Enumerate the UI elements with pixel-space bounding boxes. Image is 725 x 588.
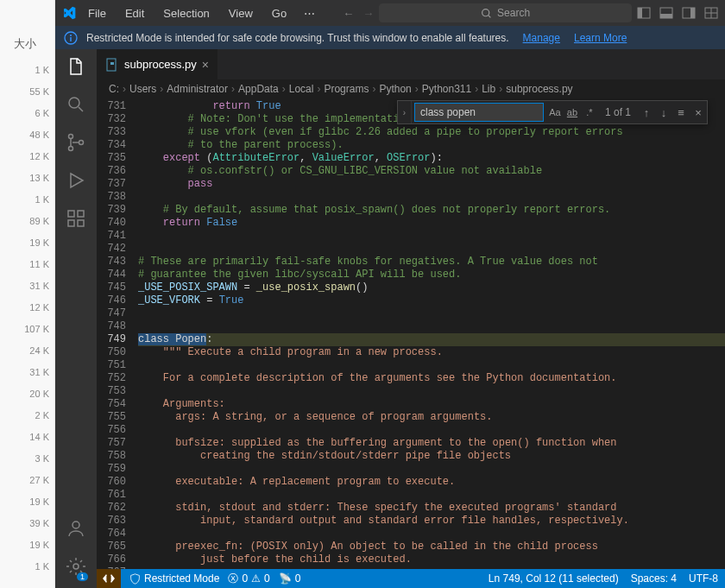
host-sidebar-row <box>0 377 54 389</box>
restricted-mode-status[interactable]: Restricted Mode <box>129 572 219 585</box>
nav-back-icon[interactable]: ← <box>343 7 354 20</box>
host-sidebar-header: 大小 <box>0 35 54 54</box>
breadcrumb-segment[interactable]: Local <box>289 83 314 95</box>
menu-edit[interactable]: Edit <box>118 5 151 22</box>
svg-point-12 <box>70 35 72 36</box>
find-filter-icon[interactable]: ≡ <box>672 104 690 121</box>
host-sidebar-row: 27 K <box>0 475 54 486</box>
host-sidebar-row <box>0 485 54 496</box>
problems-status[interactable]: ⓧ0 ⚠0 <box>228 572 269 586</box>
host-sidebar-row <box>0 464 54 475</box>
activity-bar: 1 <box>55 49 97 588</box>
host-sidebar-row <box>0 399 54 410</box>
command-center[interactable]: Search <box>379 3 632 22</box>
host-sidebar-row <box>0 97 54 108</box>
find-next-icon[interactable]: ↓ <box>655 104 672 121</box>
editor[interactable]: 7317327337347357367377387397407417427437… <box>97 98 725 569</box>
layout-sidebar-right-icon[interactable] <box>682 6 696 20</box>
breadcrumb-segment[interactable]: AppData <box>238 83 279 95</box>
host-sidebar-row <box>0 75 54 86</box>
host-sidebar: 大小 1 K55 K6 K48 K12 K13 K1 K89 K19 K11 K… <box>0 0 55 588</box>
menu-more[interactable]: ⋯ <box>299 5 320 22</box>
host-sidebar-row <box>0 118 54 130</box>
find-input[interactable] <box>414 103 544 122</box>
svg-rect-7 <box>690 8 695 18</box>
breadcrumb-segment[interactable]: Programs <box>324 83 369 95</box>
search-icon <box>481 8 492 19</box>
remote-indicator[interactable] <box>97 569 121 588</box>
manage-link[interactable]: Manage <box>523 32 560 44</box>
find-prev-icon[interactable]: ↑ <box>638 104 655 121</box>
shield-icon <box>129 573 141 585</box>
host-sidebar-row: 19 K <box>0 237 54 249</box>
layout-sidebar-left-icon[interactable] <box>637 6 651 20</box>
tab-close-icon[interactable]: × <box>202 58 209 72</box>
nav-forward-icon[interactable]: → <box>362 7 374 20</box>
host-sidebar-row: 3 K <box>0 453 54 465</box>
host-sidebar-row: 12 K <box>0 302 54 313</box>
tab-label: subprocess.py <box>124 58 197 71</box>
run-debug-icon[interactable] <box>66 170 86 191</box>
svg-rect-13 <box>70 37 71 41</box>
host-sidebar-row: 14 K <box>0 432 54 443</box>
breadcrumb-segment[interactable]: Python311 <box>422 83 471 95</box>
accounts-icon[interactable] <box>66 518 86 539</box>
regex-icon[interactable]: .* <box>581 104 598 121</box>
ports-status[interactable]: 📡0 <box>279 572 301 585</box>
restricted-mode-banner: Restricted Mode is intended for safe cod… <box>55 26 725 49</box>
svg-point-16 <box>69 135 73 139</box>
host-sidebar-row <box>0 248 54 259</box>
host-sidebar-row: 20 K <box>0 389 54 400</box>
menu-selection[interactable]: Selection <box>156 5 216 22</box>
host-sidebar-row: 39 K <box>0 518 54 529</box>
breadcrumb-segment[interactable]: Lib <box>482 83 495 95</box>
encoding-status[interactable]: UTF-8 <box>689 572 718 585</box>
host-sidebar-row <box>0 420 54 432</box>
layout-customize-icon[interactable] <box>704 6 718 20</box>
find-expand-icon[interactable]: › <box>398 101 412 123</box>
svg-point-14 <box>69 98 79 108</box>
find-widget: › Aa ab .* 1 of 1 ↑ ↓ ≡ × <box>397 100 708 124</box>
menu-go[interactable]: Go <box>265 5 293 22</box>
breadcrumb-segment[interactable]: C: <box>109 83 119 95</box>
search-placeholder: Search <box>497 7 530 19</box>
source-control-icon[interactable] <box>66 132 86 153</box>
find-close-icon[interactable]: × <box>690 104 707 121</box>
host-sidebar-row <box>0 161 54 173</box>
match-case-icon[interactable]: Aa <box>546 104 564 121</box>
host-sidebar-row: 19 K <box>0 540 54 551</box>
host-sidebar-row: 107 K <box>0 324 54 335</box>
menu-file[interactable]: File <box>81 5 113 22</box>
code-content[interactable]: return True # Note: Don't use the implem… <box>138 98 725 569</box>
svg-rect-3 <box>638 8 642 18</box>
breadcrumb-segment[interactable]: subprocess.py <box>506 83 572 95</box>
vscode-window: File Edit Selection View Go ⋯ ← → Search <box>55 0 725 588</box>
host-sidebar-row: 13 K <box>0 173 54 184</box>
match-whole-word-icon[interactable]: ab <box>564 104 581 121</box>
host-sidebar-row: 31 K <box>0 367 54 378</box>
host-sidebar-row: 2 K <box>0 410 54 421</box>
python-file-icon <box>105 58 119 72</box>
menu-view[interactable]: View <box>222 5 260 22</box>
tab-subprocess[interactable]: subprocess.py × <box>97 49 218 79</box>
tab-bar: subprocess.py × <box>97 49 725 79</box>
host-sidebar-row: 12 K <box>0 151 54 162</box>
breadcrumb-segment[interactable]: Python <box>379 83 411 95</box>
host-sidebar-row: 89 K <box>0 216 54 227</box>
extensions-icon[interactable] <box>66 208 86 229</box>
host-sidebar-row <box>0 54 54 65</box>
breadcrumb-segment[interactable]: Users <box>129 83 156 95</box>
breadcrumb[interactable]: C:›Users›Administrator›AppData›Local›Pro… <box>97 79 725 98</box>
cursor-position[interactable]: Ln 749, Col 12 (11 selected) <box>489 572 619 585</box>
layout-panel-icon[interactable] <box>659 6 673 20</box>
explorer-icon[interactable] <box>66 56 86 77</box>
search-icon[interactable] <box>66 94 86 115</box>
indent-status[interactable]: Spaces: 4 <box>631 572 677 585</box>
host-sidebar-row <box>0 140 54 151</box>
breadcrumb-segment[interactable]: Administrator <box>167 83 228 95</box>
info-icon <box>64 31 78 45</box>
learn-more-link[interactable]: Learn More <box>574 32 627 44</box>
find-count: 1 of 1 <box>605 106 631 118</box>
svg-rect-20 <box>68 220 74 226</box>
host-sidebar-row <box>0 226 54 237</box>
